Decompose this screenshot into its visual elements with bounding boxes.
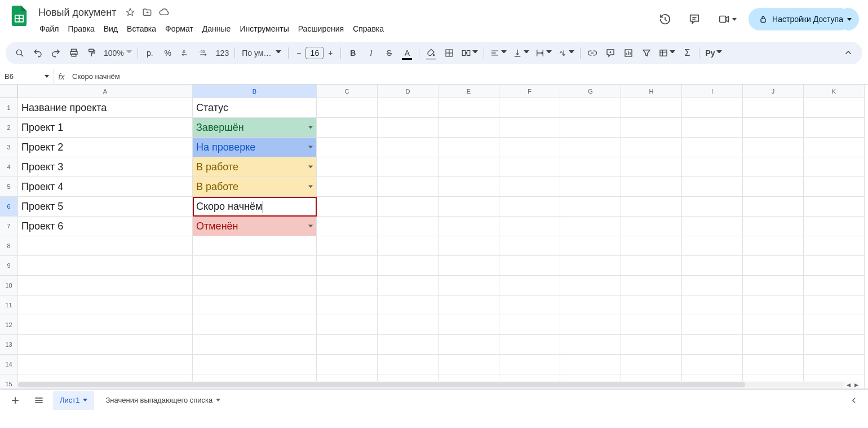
cell-C5[interactable] bbox=[317, 177, 378, 197]
cell-D6[interactable] bbox=[378, 197, 439, 217]
cell-B14[interactable] bbox=[193, 355, 317, 374]
cell-J6[interactable] bbox=[743, 197, 804, 217]
cell-J1[interactable] bbox=[743, 98, 804, 118]
menu-file[interactable]: Файл bbox=[35, 22, 63, 36]
cell-J8[interactable] bbox=[743, 236, 804, 256]
font-size-decrease[interactable]: − bbox=[292, 46, 305, 60]
col-header-C[interactable]: C bbox=[317, 85, 378, 98]
cell-B11[interactable] bbox=[193, 295, 317, 315]
cell-B7[interactable]: Отменён bbox=[193, 217, 317, 236]
menu-edit[interactable]: Правка bbox=[63, 22, 99, 36]
cell-D9[interactable] bbox=[378, 256, 439, 276]
cell-C3[interactable] bbox=[317, 138, 378, 157]
cell-D10[interactable] bbox=[378, 276, 439, 295]
doc-title[interactable]: Новый документ bbox=[35, 6, 120, 19]
table-views-icon[interactable] bbox=[656, 45, 677, 61]
cell-B12[interactable] bbox=[193, 315, 317, 335]
row-header-3[interactable]: 3 bbox=[0, 138, 18, 157]
italic-button[interactable]: I bbox=[362, 45, 379, 61]
cell-J3[interactable] bbox=[743, 138, 804, 157]
zoom-select[interactable]: 100% bbox=[101, 45, 134, 61]
cell-K2[interactable] bbox=[804, 118, 865, 138]
cell-I3[interactable] bbox=[682, 138, 743, 157]
cell-D12[interactable] bbox=[378, 315, 439, 335]
cell-E5[interactable] bbox=[439, 177, 499, 197]
cell-B10[interactable] bbox=[193, 276, 317, 295]
cell-F2[interactable] bbox=[499, 118, 560, 138]
borders-button[interactable] bbox=[441, 45, 458, 61]
cell-K1[interactable] bbox=[804, 98, 865, 118]
cell-I11[interactable] bbox=[682, 295, 743, 315]
dropdown-arrow-icon[interactable] bbox=[308, 146, 313, 149]
row-header-9[interactable]: 9 bbox=[0, 256, 18, 276]
collapse-toolbar-icon[interactable] bbox=[840, 45, 857, 61]
cell-G14[interactable] bbox=[560, 355, 621, 374]
cell-K13[interactable] bbox=[804, 335, 865, 355]
insert-link-icon[interactable] bbox=[584, 45, 601, 61]
cell-E10[interactable] bbox=[439, 276, 499, 295]
sheet-tab-named-range[interactable]: Значения выпадающего списка bbox=[99, 391, 227, 410]
cell-C12[interactable] bbox=[317, 315, 378, 335]
cell-E9[interactable] bbox=[439, 256, 499, 276]
undo-icon[interactable] bbox=[29, 45, 46, 61]
cell-J11[interactable] bbox=[743, 295, 804, 315]
cell-H10[interactable] bbox=[621, 276, 682, 295]
dropdown-arrow-icon[interactable] bbox=[308, 166, 313, 169]
currency-button[interactable]: р. bbox=[141, 45, 158, 61]
cell-E11[interactable] bbox=[439, 295, 499, 315]
cell-K11[interactable] bbox=[804, 295, 865, 315]
cell-A5[interactable]: Проект 4 bbox=[18, 177, 193, 197]
cell-E13[interactable] bbox=[439, 335, 499, 355]
cell-G10[interactable] bbox=[560, 276, 621, 295]
cell-A3[interactable]: Проект 2 bbox=[18, 138, 193, 157]
merge-cells-button[interactable] bbox=[459, 45, 480, 61]
cell-K4[interactable] bbox=[804, 157, 865, 177]
menu-view[interactable]: Вид bbox=[99, 22, 122, 36]
cell-H9[interactable] bbox=[621, 256, 682, 276]
cell-H5[interactable] bbox=[621, 177, 682, 197]
cell-D8[interactable] bbox=[378, 236, 439, 256]
cell-A6[interactable]: Проект 5 bbox=[18, 197, 193, 217]
cell-B8[interactable] bbox=[193, 236, 317, 256]
functions-icon[interactable]: Σ bbox=[679, 45, 696, 61]
cell-G2[interactable] bbox=[560, 118, 621, 138]
filter-icon[interactable] bbox=[638, 45, 655, 61]
col-header-H[interactable]: H bbox=[621, 85, 682, 98]
cell-G7[interactable] bbox=[560, 217, 621, 236]
cell-D13[interactable] bbox=[378, 335, 439, 355]
cell-I6[interactable] bbox=[682, 197, 743, 217]
text-rotation-button[interactable]: A bbox=[555, 45, 577, 61]
insert-chart-icon[interactable] bbox=[620, 45, 637, 61]
search-menu-icon[interactable] bbox=[11, 45, 28, 61]
row-header-6[interactable]: 6 bbox=[0, 197, 18, 217]
cell-A4[interactable]: Проект 3 bbox=[18, 157, 193, 177]
cell-I10[interactable] bbox=[682, 276, 743, 295]
cell-H1[interactable] bbox=[621, 98, 682, 118]
cell-A8[interactable] bbox=[18, 236, 193, 256]
cell-G11[interactable] bbox=[560, 295, 621, 315]
cell-I7[interactable] bbox=[682, 217, 743, 236]
percent-button[interactable]: % bbox=[160, 45, 176, 61]
row-header-1[interactable]: 1 bbox=[0, 98, 18, 118]
text-wrap-button[interactable] bbox=[533, 45, 554, 61]
move-icon[interactable] bbox=[140, 6, 154, 19]
cell-C10[interactable] bbox=[317, 276, 378, 295]
cell-K12[interactable] bbox=[804, 315, 865, 335]
cell-H3[interactable] bbox=[621, 138, 682, 157]
cell-I14[interactable] bbox=[682, 355, 743, 374]
cell-J5[interactable] bbox=[743, 177, 804, 197]
fill-color-button[interactable] bbox=[423, 45, 440, 61]
row-header-8[interactable]: 8 bbox=[0, 236, 18, 256]
col-header-J[interactable]: J bbox=[743, 85, 804, 98]
insert-comment-icon[interactable] bbox=[602, 45, 619, 61]
cell-G6[interactable] bbox=[560, 197, 621, 217]
col-header-A[interactable]: A bbox=[18, 85, 193, 98]
row-header-5[interactable]: 5 bbox=[0, 177, 18, 197]
cell-H8[interactable] bbox=[621, 236, 682, 256]
explore-icon[interactable] bbox=[845, 392, 862, 409]
cell-K14[interactable] bbox=[804, 355, 865, 374]
row-header-11[interactable]: 11 bbox=[0, 295, 18, 315]
cell-H7[interactable] bbox=[621, 217, 682, 236]
cell-A1[interactable]: Название проекта bbox=[18, 98, 193, 118]
cell-E4[interactable] bbox=[439, 157, 499, 177]
